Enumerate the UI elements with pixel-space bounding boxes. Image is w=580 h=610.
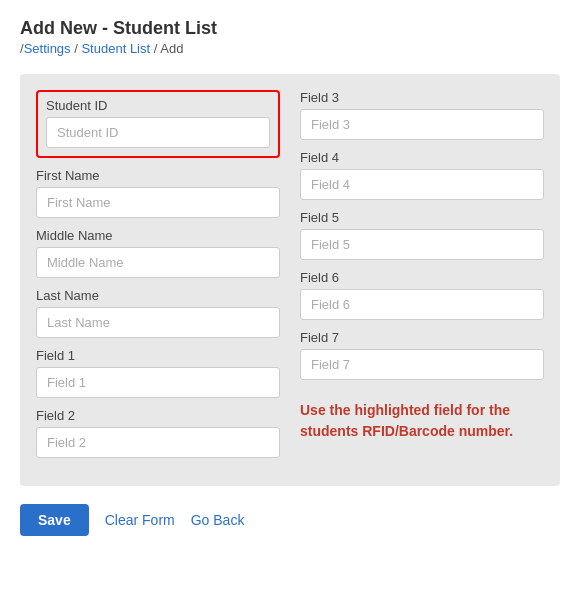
field3-group: Field 3 — [300, 90, 544, 140]
field5-group: Field 5 — [300, 210, 544, 260]
field3-label: Field 3 — [300, 90, 544, 105]
hint-text: Use the highlighted field for the studen… — [300, 396, 544, 442]
field6-input[interactable] — [300, 289, 544, 320]
footer-row: Save Clear Form Go Back — [20, 504, 560, 536]
last-name-group: Last Name — [36, 288, 280, 338]
form-grid: Student ID First Name Middle Name Last N… — [36, 90, 544, 468]
first-name-label: First Name — [36, 168, 280, 183]
breadcrumb-add: Add — [160, 41, 183, 56]
field7-group: Field 7 — [300, 330, 544, 380]
field4-label: Field 4 — [300, 150, 544, 165]
field3-input[interactable] — [300, 109, 544, 140]
save-button[interactable]: Save — [20, 504, 89, 536]
last-name-label: Last Name — [36, 288, 280, 303]
field7-input[interactable] — [300, 349, 544, 380]
field2-label: Field 2 — [36, 408, 280, 423]
breadcrumb-list[interactable]: Student List — [81, 41, 150, 56]
clear-form-button[interactable]: Clear Form — [105, 512, 175, 528]
breadcrumb: /Settings / Student List / Add — [20, 41, 560, 56]
field1-label: Field 1 — [36, 348, 280, 363]
field5-input[interactable] — [300, 229, 544, 260]
field4-group: Field 4 — [300, 150, 544, 200]
breadcrumb-sep1: / — [71, 41, 82, 56]
page-title: Add New - Student List — [20, 18, 560, 39]
field2-group: Field 2 — [36, 408, 280, 458]
middle-name-group: Middle Name — [36, 228, 280, 278]
breadcrumb-settings[interactable]: Settings — [24, 41, 71, 56]
field1-input[interactable] — [36, 367, 280, 398]
breadcrumb-sep2: / — [150, 41, 160, 56]
first-name-input[interactable] — [36, 187, 280, 218]
left-column: Student ID First Name Middle Name Last N… — [36, 90, 280, 468]
field5-label: Field 5 — [300, 210, 544, 225]
middle-name-input[interactable] — [36, 247, 280, 278]
field4-input[interactable] — [300, 169, 544, 200]
field6-label: Field 6 — [300, 270, 544, 285]
field7-label: Field 7 — [300, 330, 544, 345]
student-id-group: Student ID — [36, 90, 280, 158]
field2-input[interactable] — [36, 427, 280, 458]
field1-group: Field 1 — [36, 348, 280, 398]
last-name-input[interactable] — [36, 307, 280, 338]
field6-group: Field 6 — [300, 270, 544, 320]
student-id-label: Student ID — [46, 98, 270, 113]
first-name-group: First Name — [36, 168, 280, 218]
middle-name-label: Middle Name — [36, 228, 280, 243]
go-back-button[interactable]: Go Back — [191, 512, 245, 528]
student-id-input[interactable] — [46, 117, 270, 148]
form-area: Student ID First Name Middle Name Last N… — [20, 74, 560, 486]
right-column: Field 3 Field 4 Field 5 Field 6 Field 7 — [300, 90, 544, 468]
